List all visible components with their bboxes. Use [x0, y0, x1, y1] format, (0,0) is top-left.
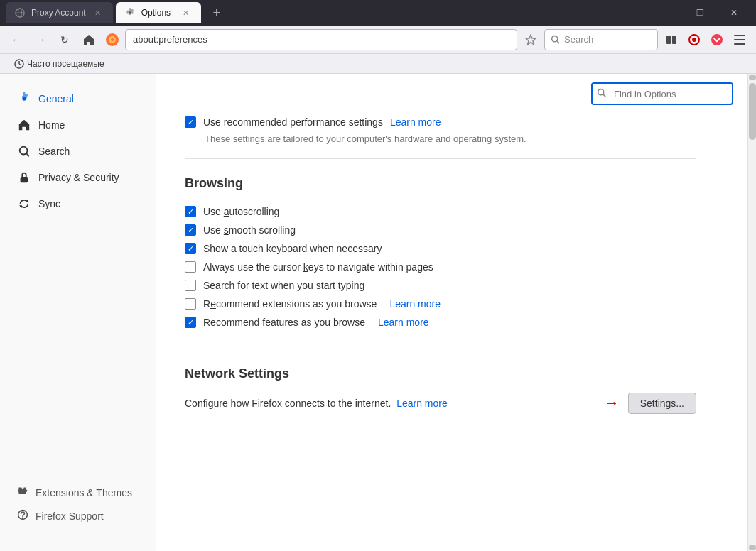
find-as-type-row: Search for text when you start typing — [185, 276, 696, 295]
lock-icon — [17, 170, 31, 185]
sidebar-item-search[interactable]: Search — [6, 138, 151, 164]
close-button[interactable]: ✕ — [718, 2, 750, 23]
svg-point-7 — [552, 36, 558, 42]
svg-point-13 — [711, 34, 723, 45]
svg-rect-9 — [666, 36, 671, 44]
gear-icon — [17, 92, 31, 106]
svg-line-21 — [26, 153, 29, 156]
network-heading: Network Settings — [185, 366, 696, 381]
find-options-input[interactable] — [591, 82, 733, 105]
bookmarks-label: Часто посещаемые — [27, 59, 104, 69]
title-bar: Proxy Account ✕ Options ✕ + — ❐ ✕ — [0, 0, 756, 26]
bookmark-star-button[interactable] — [520, 29, 541, 50]
find-input-wrapper — [591, 82, 733, 105]
scrollbar-thumb[interactable] — [749, 83, 756, 140]
cursor-keys-checkbox[interactable] — [185, 261, 196, 273]
tab-options-title: Options — [141, 8, 174, 18]
scrollbar-down-arrow[interactable] — [749, 545, 756, 550]
tab-proxy-title: Proxy Account — [31, 8, 86, 18]
scrollbar-area — [749, 80, 756, 545]
tab-proxy[interactable]: Proxy Account ✕ — [6, 2, 113, 23]
network-arrow-icon: → — [604, 394, 620, 413]
sidebar-item-privacy[interactable]: Privacy & Security — [6, 165, 151, 190]
autoscroll-label: Use autoscrolling — [203, 206, 279, 217]
sidebar-item-support[interactable]: Firefox Support — [11, 505, 145, 527]
performance-section: ✓ Use recommended performance settings L… — [185, 114, 696, 159]
smooth-scroll-checkbox[interactable]: ✓ — [185, 224, 196, 236]
perf-label: Use recommended performance settings — [203, 116, 383, 128]
sidebar-item-general[interactable]: General — [6, 86, 151, 111]
recommend-feat-learn-more[interactable]: Learn more — [378, 317, 429, 328]
sidebar-nav: General Home — [0, 85, 156, 469]
home-button[interactable] — [78, 29, 99, 50]
pocket-icon[interactable] — [706, 29, 728, 50]
reader-view-icon[interactable] — [661, 29, 682, 50]
cursor-keys-row: Always use the cursor keys to navigate w… — [185, 258, 696, 276]
sidebar-general-label: General — [38, 93, 74, 104]
find-input-search-icon — [597, 88, 606, 99]
sidebar-item-sync[interactable]: Sync — [6, 191, 151, 217]
nav-bar: ← → ↻ about:preferences — [0, 26, 756, 54]
svg-point-5 — [111, 38, 114, 41]
scrollbar-track[interactable] — [747, 74, 756, 551]
recommend-ext-checkbox[interactable] — [185, 298, 196, 310]
browser-window: Proxy Account ✕ Options ✕ + — ❐ ✕ ← → ↻ — [0, 0, 756, 551]
performance-row: ✓ Use recommended performance settings L… — [185, 114, 696, 131]
sidebar-privacy-label: Privacy & Security — [38, 172, 119, 183]
content-area: General Home — [0, 74, 756, 551]
perf-checkbox[interactable]: ✓ — [185, 116, 196, 128]
tab-options[interactable]: Options ✕ — [116, 2, 201, 23]
svg-rect-10 — [672, 36, 676, 44]
browsing-section: Browsing ✓ Use autoscrolling ✓ Use smoot… — [185, 176, 696, 332]
svg-line-26 — [603, 94, 605, 97]
recommend-ext-learn-more[interactable]: Learn more — [389, 298, 441, 310]
address-bar[interactable]: about:preferences — [125, 29, 517, 50]
svg-point-24 — [23, 518, 23, 518]
network-description: Configure how Firefox connects to the in… — [185, 398, 598, 409]
find-in-options-bar — [156, 74, 747, 114]
svg-point-12 — [692, 38, 696, 42]
window-controls: — ❐ ✕ — [649, 2, 750, 23]
find-as-type-checkbox[interactable] — [185, 280, 196, 291]
reload-button[interactable]: ↻ — [54, 29, 75, 50]
sidebar-search-label: Search — [38, 146, 70, 157]
settings-content: ✓ Use recommended performance settings L… — [156, 114, 725, 442]
back-button[interactable]: ← — [6, 29, 27, 50]
scrollbar-up-arrow[interactable] — [749, 75, 756, 80]
tab-options-close[interactable]: ✕ — [180, 6, 193, 19]
tab-proxy-close[interactable]: ✕ — [92, 6, 104, 19]
network-divider — [185, 349, 696, 349]
forward-button[interactable]: → — [30, 29, 51, 50]
autoscroll-checkbox[interactable]: ✓ — [185, 206, 196, 217]
tab-proxy-favicon — [14, 7, 26, 18]
new-tab-button[interactable]: + — [207, 3, 227, 23]
sidebar-footer: Extensions & Themes Firefox Support — [0, 469, 156, 540]
perf-learn-more[interactable]: Learn more — [390, 116, 441, 128]
minimize-button[interactable]: — — [649, 2, 682, 23]
svg-rect-14 — [734, 35, 745, 36]
menu-button[interactable] — [729, 29, 750, 50]
recommend-feat-label: Recommend features as you browse — [203, 317, 365, 328]
search-bar[interactable]: Search — [544, 29, 658, 50]
recommend-ext-row: Recommend extensions as you browse Learn… — [185, 295, 696, 313]
smooth-scroll-label: Use smooth scrolling — [203, 224, 296, 236]
search-placeholder: Search — [564, 34, 593, 45]
svg-point-20 — [20, 147, 28, 155]
sidebar-item-home[interactable]: Home — [6, 112, 151, 138]
recommend-feat-checkbox[interactable]: ✓ — [185, 317, 196, 328]
main-panel: ✓ Use recommended performance settings L… — [156, 74, 747, 551]
sync-icon[interactable] — [684, 29, 705, 50]
network-learn-more[interactable]: Learn more — [396, 398, 448, 409]
svg-line-19 — [19, 64, 21, 65]
sidebar-item-extensions[interactable]: Extensions & Themes — [11, 481, 145, 503]
touch-keyboard-checkbox[interactable]: ✓ — [185, 243, 196, 254]
restore-button[interactable]: ❐ — [684, 2, 716, 23]
svg-rect-22 — [21, 177, 28, 182]
svg-rect-16 — [734, 43, 745, 45]
sidebar-home-label: Home — [38, 119, 65, 131]
address-text: about:preferences — [133, 34, 207, 45]
bookmarks-frequent[interactable]: Часто посещаемые — [9, 58, 110, 70]
sidebar-sync-label: Sync — [38, 198, 60, 209]
network-settings-button[interactable]: Settings... — [628, 393, 696, 414]
svg-marker-6 — [526, 35, 536, 45]
